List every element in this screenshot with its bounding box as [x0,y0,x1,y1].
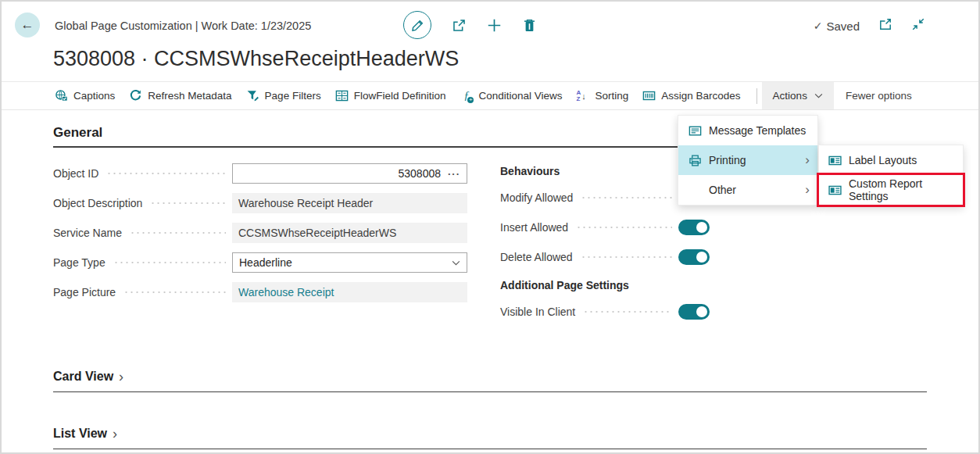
visible-in-client-label: Visible In Client [500,306,575,318]
printer-icon [689,154,702,167]
dot-leader [113,262,226,263]
collapse-icon [911,17,925,31]
chevron-down-icon [814,93,823,98]
dot-leader [583,311,672,313]
object-description-field: Warehouse Receipt Header [232,193,467,213]
object-id-input[interactable]: 5308008 ··· [232,163,467,184]
general-left-column: Object ID 5308008 ··· Object Description… [53,163,467,334]
menu-item-message-templates[interactable]: Message Templates [678,116,817,145]
insert-allowed-label: Insert Allowed [500,221,568,234]
visible-in-client-toggle[interactable] [678,304,710,320]
list-view-label: List View [53,427,107,441]
submenu-item-custom-report-settings[interactable]: Custom Report Settings [819,175,963,205]
back-button[interactable]: ← [15,13,40,38]
save-status: ✓ Saved [814,20,860,33]
list-view-section[interactable]: List View › [53,427,927,449]
chevron-down-icon [452,260,460,266]
action-sorting[interactable]: AZ ↓ Sorting [577,90,629,102]
action-refresh-metadata-label: Refresh Metadata [148,90,231,102]
filter-icon [246,89,259,102]
chevron-right-icon: › [119,370,123,383]
modify-allowed-label: Modify Allowed [500,191,573,204]
actions-menu-button[interactable]: Actions [762,82,834,109]
action-assign-barcodes-label: Assign Barcodes [661,90,740,102]
action-flowfield-definition[interactable]: FlowField Definition [335,89,446,102]
plus-icon [487,18,502,33]
flowfield-icon [335,89,349,102]
fewer-options-button[interactable]: Fewer options [846,90,912,102]
dot-leader [106,173,226,174]
menu-item-label: Other [709,184,736,196]
toggle-knob [696,252,707,263]
checkmark-icon: ✓ [814,20,823,32]
breadcrumb[interactable]: Global Page Customization | Work Date: 1… [55,20,311,32]
insert-allowed-toggle[interactable] [678,220,710,235]
save-status-label: Saved [826,20,860,33]
page-picture-label: Page Picture [53,286,116,298]
refresh-icon [129,89,142,102]
new-record-button[interactable] [487,18,502,33]
open-in-new-window-button[interactable] [878,17,892,34]
submenu-item-label: Label Layouts [849,154,917,166]
field-object-id: Object ID 5308008 ··· [53,163,467,184]
page-picture-link[interactable]: Warehouse Receipt [238,286,334,298]
trash-icon [522,18,537,33]
captions-icon [55,89,68,102]
page-type-label: Page Type [53,256,106,269]
action-conditional-views-label: Conditional Views [478,90,562,102]
field-page-picture: Page Picture Warehouse Receipt [53,282,467,302]
message-templates-icon [689,124,702,138]
service-name-field: CCSMSWhseReceiptHeaderWS [232,223,467,243]
action-refresh-metadata[interactable]: Refresh Metadata [129,89,231,102]
report-card-icon [828,154,842,167]
chevron-right-icon: › [113,427,117,440]
action-page-filters[interactable]: Page Filters [246,89,321,102]
action-bar: Captions Refresh Metadata Page Filters F… [0,81,980,110]
card-view-label: Card View [53,370,113,384]
actions-menu-label: Actions [773,90,807,102]
delete-record-button[interactable] [522,18,537,33]
edit-button[interactable] [403,11,431,39]
action-captions[interactable]: Captions [55,89,115,102]
app-header: ← Global Page Customization | Work Date:… [0,0,980,41]
field-service-name: Service Name CCSMSWhseReceiptHeaderWS [53,223,467,243]
service-name-value: CCSMSWhseReceiptHeaderWS [238,227,396,239]
action-captions-label: Captions [73,90,115,102]
menu-item-printing[interactable]: Printing › [678,145,817,175]
toggle-knob [696,306,707,317]
dot-leader [150,202,226,204]
assist-edit-button[interactable]: ··· [448,168,460,180]
card-view-section[interactable]: Card View › [53,370,927,392]
toggle-row-insert-allowed: Insert Allowed [500,220,710,235]
toggle-row-visible-in-client: Visible In Client [500,304,710,320]
dot-leader [123,291,226,293]
action-conditional-views[interactable]: ƒ + Conditional Views [460,89,562,102]
record-action-icons [403,11,537,39]
delete-allowed-toggle[interactable] [678,249,710,265]
window-controls: ✓ Saved [814,17,925,34]
menu-item-other[interactable]: Other › [678,175,817,205]
function-icon: ƒ + [460,89,473,102]
share-icon [452,18,467,33]
object-description-label: Object Description [53,197,142,209]
sort-az-icon: AZ ↓ [577,90,590,102]
page-type-select[interactable]: Headerline [232,252,467,273]
page-picture-field: Warehouse Receipt [232,282,467,302]
action-page-filters-label: Page Filters [265,90,321,102]
additional-page-settings-heading: Additional Page Settings [500,279,710,291]
action-sorting-label: Sorting [596,90,629,102]
barcode-icon [642,89,656,102]
submenu-chevron-icon: › [805,155,810,166]
actions-dropdown-menu: Message Templates Printing › Other › [678,115,818,206]
field-page-type: Page Type Headerline [53,252,467,273]
menu-item-label: Message Templates [709,124,806,137]
action-assign-barcodes[interactable]: Assign Barcodes [642,89,740,102]
page-type-value: Headerline [239,256,292,269]
share-button[interactable] [452,18,467,33]
object-id-value: 5308008 [398,167,441,180]
submenu-item-label: Custom Report Settings [849,177,955,202]
submenu-item-label-layouts[interactable]: Label Layouts [819,145,963,175]
action-flowfield-definition-label: FlowField Definition [354,90,446,102]
collapse-page-button[interactable] [911,17,925,34]
printing-submenu: Label Layouts Custom Report Settings [818,145,964,206]
